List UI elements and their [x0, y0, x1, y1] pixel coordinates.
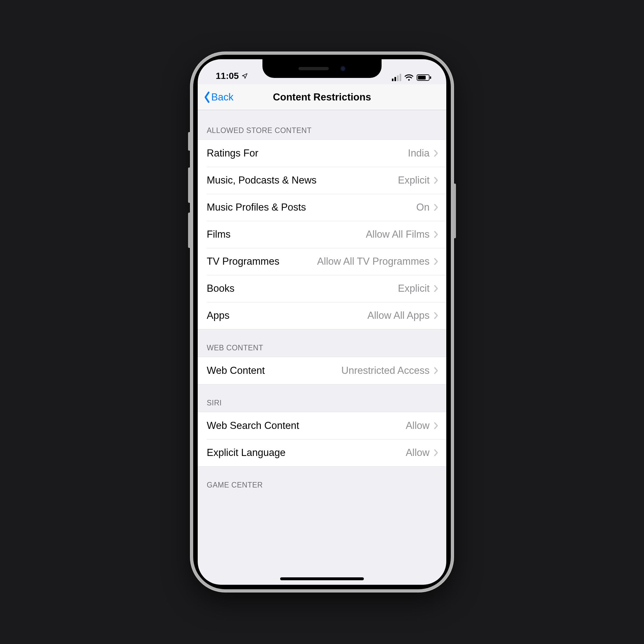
- chevron-right-icon: [433, 176, 439, 184]
- row-value: India: [408, 147, 430, 159]
- back-button[interactable]: Back: [203, 91, 233, 103]
- row-value: Allow: [406, 447, 430, 459]
- chevron-right-icon: [433, 312, 439, 319]
- row-explicit-language[interactable]: Explicit Language Allow: [198, 439, 446, 466]
- chevron-right-icon: [433, 285, 439, 292]
- row-label: Music Profiles & Posts: [207, 202, 306, 213]
- row-value: Explicit: [398, 283, 430, 294]
- row-tv-programmes[interactable]: TV Programmes Allow All TV Programmes: [198, 248, 446, 275]
- group-siri: Web Search Content Allow Explicit Langua…: [198, 412, 446, 467]
- cellular-signal-icon: [392, 74, 401, 81]
- row-label: Web Content: [207, 365, 265, 376]
- phone-frame: 11:05: [190, 52, 454, 592]
- wifi-icon: [404, 74, 413, 81]
- location-icon: [241, 73, 248, 79]
- chevron-right-icon: [433, 367, 439, 374]
- mute-switch: [188, 132, 191, 151]
- volume-down-button: [188, 213, 191, 248]
- chevron-right-icon: [433, 231, 439, 238]
- nav-bar: Back Content Restrictions: [198, 84, 446, 110]
- group-allowed-store: Ratings For India Music, Podcasts & News…: [198, 139, 446, 329]
- chevron-right-icon: [433, 149, 439, 157]
- speaker-grille: [298, 67, 329, 70]
- section-header-siri: SIRI: [198, 384, 446, 412]
- row-films[interactable]: Films Allow All Films: [198, 221, 446, 248]
- chevron-right-icon: [433, 204, 439, 211]
- svg-point-0: [408, 79, 410, 81]
- back-label: Back: [211, 91, 233, 103]
- row-value: Allow: [406, 420, 430, 431]
- chevron-right-icon: [433, 449, 439, 457]
- svg-rect-2: [418, 76, 426, 80]
- section-header-web-content: WEB CONTENT: [198, 329, 446, 357]
- settings-content[interactable]: ALLOWED STORE CONTENT Ratings For India …: [198, 110, 446, 489]
- group-web-content: Web Content Unrestricted Access: [198, 357, 446, 384]
- row-label: Films: [207, 229, 231, 240]
- row-label: TV Programmes: [207, 256, 279, 267]
- row-label: Ratings For: [207, 147, 258, 159]
- section-header-game-center: GAME CENTER: [198, 467, 446, 489]
- status-time: 11:05: [216, 71, 239, 81]
- chevron-right-icon: [433, 258, 439, 265]
- row-value: Unrestricted Access: [341, 365, 430, 376]
- row-label: Web Search Content: [207, 420, 299, 431]
- chevron-left-icon: [203, 91, 211, 103]
- battery-icon: [417, 74, 431, 81]
- row-label: Music, Podcasts & News: [207, 175, 317, 186]
- row-label: Apps: [207, 310, 230, 321]
- volume-up-button: [188, 167, 191, 203]
- row-value: Explicit: [398, 175, 430, 186]
- screen: 11:05: [198, 59, 446, 585]
- section-header-allowed-store: ALLOWED STORE CONTENT: [198, 110, 446, 139]
- row-apps[interactable]: Apps Allow All Apps: [198, 302, 446, 329]
- row-value: Allow All Films: [366, 229, 430, 240]
- row-value: Allow All TV Programmes: [317, 256, 430, 267]
- front-camera: [340, 66, 346, 71]
- row-value: Allow All Apps: [367, 310, 430, 321]
- row-ratings-for[interactable]: Ratings For India: [198, 140, 446, 167]
- row-label: Books: [207, 283, 234, 294]
- svg-rect-3: [430, 76, 431, 79]
- notch: [262, 59, 382, 78]
- row-web-search-content[interactable]: Web Search Content Allow: [198, 412, 446, 439]
- row-value: On: [416, 202, 430, 213]
- row-label: Explicit Language: [207, 447, 286, 459]
- row-web-content[interactable]: Web Content Unrestricted Access: [198, 357, 446, 384]
- chevron-right-icon: [433, 422, 439, 430]
- row-music-profiles-posts[interactable]: Music Profiles & Posts On: [198, 194, 446, 221]
- row-books[interactable]: Books Explicit: [198, 275, 446, 302]
- page-title: Content Restrictions: [273, 91, 371, 103]
- row-music-podcasts-news[interactable]: Music, Podcasts & News Explicit: [198, 167, 446, 194]
- side-button: [453, 184, 456, 238]
- home-indicator[interactable]: [280, 577, 364, 580]
